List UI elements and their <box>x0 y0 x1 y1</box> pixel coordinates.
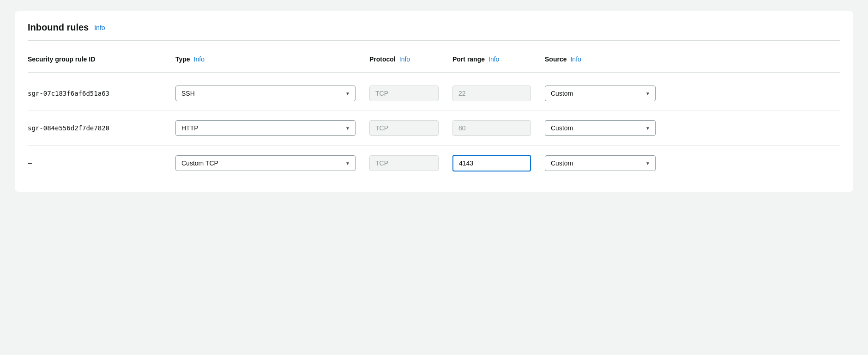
cell-protocol-3 <box>369 155 452 171</box>
protocol-field-3 <box>369 155 439 171</box>
rule-id-value-1: sgr-07c183f6af6d51a63 <box>28 90 109 97</box>
title-info-link[interactable]: Info <box>94 24 105 31</box>
protocol-field-2 <box>369 120 439 136</box>
cell-type-1: SSH HTTP Custom TCP HTTPS All TCP ▼ <box>175 86 369 101</box>
cell-type-2: SSH HTTP Custom TCP HTTPS All TCP ▼ <box>175 120 369 136</box>
source-select-wrapper-2: Custom Anywhere-IPv4 Anywhere-IPv6 My IP… <box>545 120 656 136</box>
cell-source-1: Custom Anywhere-IPv4 Anywhere-IPv6 My IP… <box>545 86 665 101</box>
type-select-1[interactable]: SSH HTTP Custom TCP HTTPS All TCP <box>175 86 356 101</box>
source-select-wrapper-3: Custom Anywhere-IPv4 Anywhere-IPv6 My IP… <box>545 155 656 171</box>
protocol-field-1 <box>369 86 439 101</box>
type-select-2[interactable]: SSH HTTP Custom TCP HTTPS All TCP <box>175 120 356 136</box>
col-label-source: Source <box>545 55 567 63</box>
cell-rule-id-2: sgr-084e556d2f7de7820 <box>28 124 175 132</box>
col-header-source: Source Info <box>545 52 665 67</box>
cell-port-1 <box>452 86 545 101</box>
col-label-rule-id: Security group rule ID <box>28 55 95 63</box>
type-select-wrapper-3: SSH HTTP Custom TCP HTTPS All TCP ▼ <box>175 155 356 171</box>
table-row: – SSH HTTP Custom TCP HTTPS All TCP ▼ <box>28 146 840 181</box>
rule-id-value-3: – <box>28 159 32 167</box>
port-input-3[interactable] <box>452 155 531 171</box>
port-field-1 <box>452 86 531 101</box>
port-range-info-link[interactable]: Info <box>488 55 499 63</box>
type-select-wrapper-1: SSH HTTP Custom TCP HTTPS All TCP ▼ <box>175 86 356 101</box>
col-label-type: Type <box>175 55 190 63</box>
rule-id-value-2: sgr-084e556d2f7de7820 <box>28 124 109 132</box>
cell-source-2: Custom Anywhere-IPv4 Anywhere-IPv6 My IP… <box>545 120 665 136</box>
table-body: sgr-07c183f6af6d51a63 SSH HTTP Custom TC… <box>28 76 840 181</box>
table-header: Security group rule ID Type Info Protoco… <box>28 52 840 73</box>
col-header-type: Type Info <box>175 52 369 67</box>
table-row: sgr-084e556d2f7de7820 SSH HTTP Custom TC… <box>28 111 840 146</box>
col-label-protocol: Protocol <box>369 55 396 63</box>
cell-protocol-1 <box>369 86 452 101</box>
col-header-protocol: Protocol Info <box>369 52 452 67</box>
source-select-1[interactable]: Custom Anywhere-IPv4 Anywhere-IPv6 My IP <box>545 86 656 101</box>
source-info-link[interactable]: Info <box>570 55 581 63</box>
port-field-2 <box>452 120 531 136</box>
source-select-wrapper-1: Custom Anywhere-IPv4 Anywhere-IPv6 My IP… <box>545 86 656 101</box>
type-info-link[interactable]: Info <box>194 55 205 63</box>
col-label-port-range: Port range <box>452 55 485 63</box>
source-select-3[interactable]: Custom Anywhere-IPv4 Anywhere-IPv6 My IP <box>545 155 656 171</box>
cell-source-3: Custom Anywhere-IPv4 Anywhere-IPv6 My IP… <box>545 155 665 171</box>
col-header-port-range: Port range Info <box>452 52 545 67</box>
cell-rule-id-3: – <box>28 159 175 167</box>
type-select-3[interactable]: SSH HTTP Custom TCP HTTPS All TCP <box>175 155 356 171</box>
source-select-2[interactable]: Custom Anywhere-IPv4 Anywhere-IPv6 My IP <box>545 120 656 136</box>
panel-header: Inbound rules Info <box>28 22 840 41</box>
table-row: sgr-07c183f6af6d51a63 SSH HTTP Custom TC… <box>28 76 840 111</box>
type-select-wrapper-2: SSH HTTP Custom TCP HTTPS All TCP ▼ <box>175 120 356 136</box>
rules-table: Security group rule ID Type Info Protoco… <box>28 52 840 181</box>
cell-rule-id-1: sgr-07c183f6af6d51a63 <box>28 90 175 97</box>
col-header-rule-id: Security group rule ID <box>28 52 175 67</box>
protocol-info-link[interactable]: Info <box>399 55 410 63</box>
inbound-rules-panel: Inbound rules Info Security group rule I… <box>15 11 853 192</box>
cell-port-2 <box>452 120 545 136</box>
cell-type-3: SSH HTTP Custom TCP HTTPS All TCP ▼ <box>175 155 369 171</box>
page-title: Inbound rules <box>28 22 89 33</box>
cell-protocol-2 <box>369 120 452 136</box>
cell-port-3 <box>452 155 545 171</box>
